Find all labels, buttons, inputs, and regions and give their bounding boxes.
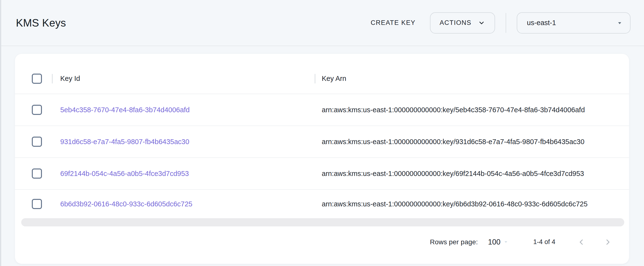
column-separator [314, 74, 316, 83]
row-checkbox-cell [15, 137, 52, 147]
create-key-button[interactable]: CREATE KEY [364, 14, 422, 31]
select-all-checkbox[interactable] [32, 74, 42, 84]
key-arn-cell: arn:aws:kms:us-east-1:000000000000:key/5… [314, 106, 629, 114]
key-arn-cell: arn:aws:kms:us-east-1:000000000000:key/6… [314, 170, 629, 178]
key-id-cell: 931d6c58-e7a7-4fa5-9807-fb4b6435ac30 [52, 138, 314, 146]
table-row: 5eb4c358-7670-47e4-8fa6-3b74d4006afd arn… [15, 94, 629, 126]
chevron-right-icon [603, 237, 613, 247]
table-row: 69f2144b-054c-4a56-a0b5-4fce3d7cd953 arn… [15, 158, 629, 190]
key-id-link[interactable]: 931d6c58-e7a7-4fa5-9807-fb4b6435ac30 [60, 138, 189, 146]
actions-button-label: ACTIONS [440, 19, 472, 27]
key-id-cell: 6b6d3b92-0616-48c0-933c-6d605dc6c725 [52, 200, 314, 208]
key-id-cell: 69f2144b-054c-4a56-a0b5-4fce3d7cd953 [52, 170, 314, 178]
pagination-range: 1-4 of 4 [533, 238, 555, 246]
page-title: KMS Keys [16, 17, 66, 29]
key-id-cell: 5eb4c358-7670-47e4-8fa6-3b74d4006afd [52, 106, 314, 114]
chevron-down-icon [478, 19, 486, 27]
window-left-edge [0, 0, 1, 266]
horizontal-scrollbar[interactable] [21, 218, 624, 226]
main-area: Key Id Key Arn 5eb4c358-7670-47e4-8fa6-3… [0, 46, 644, 264]
header-checkbox-cell [15, 74, 52, 84]
region-select-value: us-east-1 [527, 19, 556, 27]
key-arn-cell: arn:aws:kms:us-east-1:000000000000:key/6… [314, 200, 629, 208]
region-select[interactable]: us-east-1 [517, 12, 630, 34]
table-body: 5eb4c358-7670-47e4-8fa6-3b74d4006afd arn… [15, 94, 629, 218]
toolbar-divider [506, 13, 506, 33]
table-row: 931d6c58-e7a7-4fa5-9807-fb4b6435ac30 arn… [15, 126, 629, 158]
pagination: Rows per page: 100 1-4 of 4 [15, 226, 629, 264]
actions-button[interactable]: ACTIONS [430, 12, 495, 34]
chevron-left-icon [576, 237, 586, 247]
table-header-row: Key Id Key Arn [15, 63, 629, 94]
previous-page-button[interactable] [575, 236, 588, 248]
dropdown-arrow-icon [616, 19, 623, 27]
row-checkbox-cell [15, 169, 52, 179]
key-arn-text: arn:aws:kms:us-east-1:000000000000:key/5… [322, 106, 585, 114]
key-id-link[interactable]: 69f2144b-054c-4a56-a0b5-4fce3d7cd953 [60, 170, 189, 178]
row-checkbox[interactable] [32, 169, 42, 179]
caret-down-icon [503, 239, 509, 246]
rows-per-page-select[interactable]: 100 [488, 238, 509, 246]
page-header: KMS Keys CREATE KEY ACTIONS us-east-1 [0, 0, 644, 46]
table-row: 6b6d3b92-0616-48c0-933c-6d605dc6c725 arn… [15, 190, 629, 218]
row-checkbox[interactable] [32, 137, 42, 147]
key-arn-text: arn:aws:kms:us-east-1:000000000000:key/6… [322, 170, 584, 178]
row-checkbox[interactable] [32, 199, 42, 209]
column-header-key-arn-label: Key Arn [322, 75, 346, 83]
rows-per-page-value: 100 [488, 238, 500, 246]
rows-per-page-label: Rows per page: [430, 238, 478, 246]
key-id-link[interactable]: 6b6d3b92-0616-48c0-933c-6d605dc6c725 [60, 200, 192, 208]
column-separator [52, 74, 53, 83]
key-arn-text: arn:aws:kms:us-east-1:000000000000:key/9… [322, 138, 584, 146]
row-checkbox-cell [15, 199, 52, 209]
key-arn-text: arn:aws:kms:us-east-1:000000000000:key/6… [322, 200, 588, 208]
row-checkbox-cell [15, 105, 52, 115]
kms-keys-card: Key Id Key Arn 5eb4c358-7670-47e4-8fa6-3… [15, 54, 629, 264]
next-page-button[interactable] [602, 236, 614, 248]
column-header-key-arn[interactable]: Key Arn [314, 75, 629, 83]
column-header-key-id-label: Key Id [60, 75, 80, 83]
key-id-link[interactable]: 5eb4c358-7670-47e4-8fa6-3b74d4006afd [60, 106, 190, 114]
header-actions: CREATE KEY ACTIONS us-east-1 [364, 12, 630, 34]
key-arn-cell: arn:aws:kms:us-east-1:000000000000:key/9… [314, 138, 629, 146]
column-header-key-id[interactable]: Key Id [52, 75, 314, 83]
row-checkbox[interactable] [32, 105, 42, 115]
